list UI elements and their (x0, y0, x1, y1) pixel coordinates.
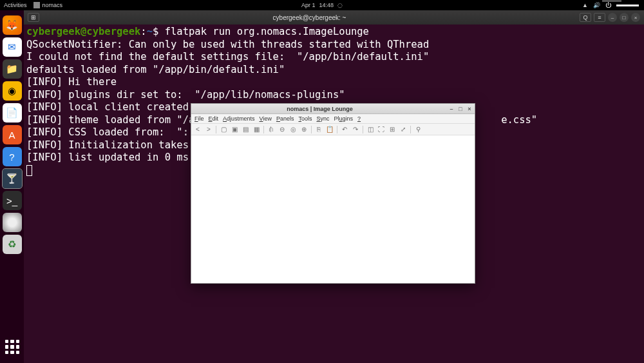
open-icon[interactable]: ▢ (220, 126, 227, 133)
network-icon: ▲ (582, 2, 588, 8)
gnome-topbar: Activities nomacs Apr 1 14:48 ◌ ▲ 🔊 ⏻ (0, 0, 644, 10)
dock-trash[interactable]: ♻ (3, 235, 22, 254)
term-line: [INFO] list updated in 0 ms (26, 152, 189, 163)
save-icon[interactable]: ▤ (242, 126, 249, 133)
menu-button[interactable]: ≡ (594, 13, 605, 22)
maximize-button[interactable]: □ (620, 13, 629, 22)
close-icon[interactable]: × (466, 106, 473, 112)
nomacs-window[interactable]: nomacs | Image Lounge – □ × File Edit Ad… (191, 103, 475, 284)
fullscreen-icon[interactable]: ⛶ (377, 126, 385, 133)
separator (216, 126, 216, 133)
paste-icon[interactable]: 📋 (326, 126, 334, 133)
command: flatpak run org.nomacs.ImageLounge (165, 26, 369, 37)
pan-icon[interactable]: ⤢ (399, 126, 407, 133)
date: Apr 1 (301, 2, 316, 8)
new-tab-button[interactable]: ⊞ (28, 13, 39, 22)
menu-tools[interactable]: Tools (298, 115, 312, 122)
menu-edit[interactable]: Edit (209, 115, 219, 122)
running-app-indicator[interactable]: nomacs (33, 2, 63, 8)
terminal-title: cybergeek@cybergeek: ~ (39, 14, 580, 21)
dock-files[interactable]: 📁 (3, 59, 22, 79)
separator (311, 126, 312, 133)
copy-icon[interactable]: ⎘ (315, 126, 323, 133)
movie-icon[interactable]: ▦ (252, 126, 260, 133)
open-dir-icon[interactable]: ▣ (231, 126, 238, 133)
power-icon: ⏻ (605, 2, 611, 8)
nomacs-toolbar: < > ▢ ▣ ▤ ▦ ⫛ ⊖ ◎ ⊕ ⎘ 📋 ↶ ↷ ◫ ⛶ ⊞ ⤢ ⚲ (191, 124, 475, 135)
notification-icon: ◌ (337, 2, 343, 8)
term-line: QSocketNotifier: Can only be used with t… (26, 39, 429, 50)
menu-view[interactable]: View (260, 115, 272, 122)
term-line: [INFO] local client created (26, 101, 189, 113)
grid-icon[interactable]: ⊞ (388, 126, 396, 133)
dock-disc[interactable] (3, 213, 22, 232)
activities-button[interactable]: Activities (4, 2, 27, 8)
nomacs-title: nomacs | Image Lounge (191, 106, 448, 112)
separator (337, 126, 337, 133)
dock-libreoffice[interactable]: 📄 (3, 103, 22, 123)
prompt-path: ~ (147, 26, 153, 37)
gps-icon[interactable]: ⚲ (414, 126, 422, 133)
term-line: I could not find the default settings fi… (26, 51, 429, 63)
term-line: [INFO] Hi there (26, 76, 117, 88)
dock-thunderbird[interactable]: ✉ (3, 37, 22, 57)
time: 14:48 (319, 2, 334, 8)
dock-firefox[interactable]: 🦊 (3, 15, 22, 35)
show-apps-button[interactable] (3, 337, 22, 357)
dock-software[interactable]: A (3, 125, 22, 144)
dock-rhythmbox[interactable]: ◉ (3, 81, 22, 101)
menu-plugins[interactable]: Plugins (334, 115, 354, 122)
volume-icon: 🔊 (593, 2, 600, 8)
redo-icon[interactable]: ↷ (352, 126, 359, 133)
menu-sync[interactable]: Sync (317, 115, 330, 122)
close-button[interactable]: × (631, 13, 640, 22)
maximize-icon[interactable]: □ (457, 106, 464, 112)
terminal-titlebar[interactable]: ⊞ cybergeek@cybergeek: ~ Q ≡ – □ × (24, 10, 644, 25)
zoom-100-icon[interactable]: ◎ (289, 126, 297, 133)
separator (410, 126, 411, 133)
search-button[interactable]: Q (580, 13, 591, 22)
crop-icon[interactable]: ◫ (366, 126, 374, 133)
minimize-icon[interactable]: – (448, 106, 455, 112)
menu-panels[interactable]: Panels (276, 115, 294, 122)
separator (363, 126, 363, 133)
dock-help[interactable]: ? (3, 147, 22, 166)
cursor (26, 165, 32, 176)
separator (263, 126, 264, 133)
term-line: [INFO] Initialization takes (26, 139, 189, 151)
system-menu[interactable]: ▲ 🔊 ⏻ (582, 2, 644, 8)
filter-icon[interactable]: ⫛ (267, 126, 275, 133)
zoom-in-icon[interactable]: ⊕ (300, 126, 308, 133)
term-line: [INFO] CSS loaded from: ": (26, 126, 189, 138)
topbar-decoration (602, 0, 621, 2)
app-icon (33, 2, 40, 8)
indicator-strip (616, 5, 639, 6)
prev-icon[interactable]: < (194, 126, 202, 133)
undo-icon[interactable]: ↶ (341, 126, 348, 133)
dock-nomacs[interactable]: 🍸 (3, 169, 22, 188)
nomacs-titlebar[interactable]: nomacs | Image Lounge – □ × (191, 104, 475, 114)
zoom-out-icon[interactable]: ⊖ (278, 126, 286, 133)
nomacs-menubar: File Edit Adjustments View Panels Tools … (191, 114, 475, 124)
prompt-user: cybergeek@cybergeek (26, 26, 140, 37)
menu-help[interactable]: ? (357, 115, 361, 122)
next-icon[interactable]: > (205, 126, 213, 133)
menu-adjustments[interactable]: Adjustments (223, 115, 255, 122)
menu-file[interactable]: File (194, 115, 204, 122)
dock-terminal[interactable]: >_ (3, 191, 22, 210)
clock[interactable]: Apr 1 14:48 ◌ (301, 2, 343, 8)
app-name: nomacs (43, 2, 63, 8)
term-line: [INFO] plugins dir set to: "/app/lib/nom… (26, 89, 345, 101)
minimize-button[interactable]: – (608, 13, 617, 22)
launcher-dock: 🦊 ✉ 📁 ◉ 📄 A ? 🍸 >_ ♻ (0, 10, 24, 363)
term-line: defaults loaded from "/app/bin/default.i… (26, 64, 285, 75)
nomacs-canvas[interactable] (191, 135, 475, 283)
